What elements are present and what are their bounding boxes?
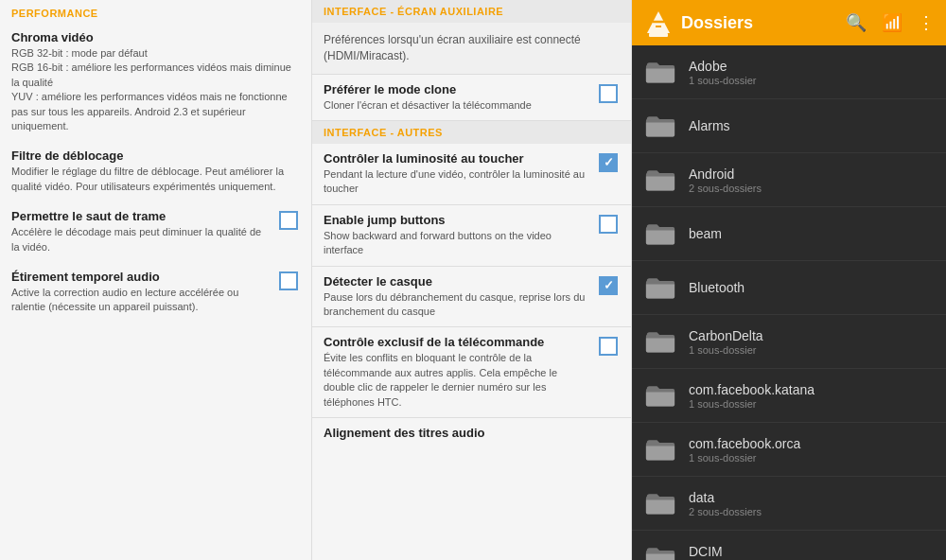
perf-desc-3: Active la correction audio en lecture ac… [11, 286, 272, 315]
interface-title-2: Détecter le casque [324, 274, 591, 289]
folder-info-8: data 2 sous-dossiers [689, 490, 935, 517]
interface-ecran-header: INTERFACE - ÉCRAN AUXILIAIRE [312, 0, 631, 23]
folder-item-com-facebook-katana[interactable]: com.facebook.katana 1 sous-dossier [632, 369, 946, 423]
folder-icon-1 [643, 109, 677, 143]
dossiers-title: Dossiers [681, 13, 838, 33]
interface-panel: INTERFACE - ÉCRAN AUXILIAIRE Préférences… [312, 0, 632, 560]
interface-autres-header: INTERFACE - AUTRES [312, 121, 631, 144]
folder-icon-3 [643, 217, 677, 251]
folder-icon-2 [643, 163, 677, 197]
interface-intro: Préférences lorsqu'un écran auxiliaire e… [312, 23, 631, 75]
folder-info-4: Bluetooth [689, 280, 935, 295]
interface-checkbox-3[interactable] [599, 337, 620, 358]
interface-title-4: Alignement des titres audio [324, 426, 620, 440]
interface-title-1: Enable jump buttons [324, 213, 591, 227]
folder-name-4: Bluetooth [689, 280, 935, 295]
perf-desc-2: Accélère le décodage mais peut diminuer … [11, 225, 272, 254]
interface-item-0[interactable]: Contrôler la luminosité au toucher Penda… [312, 144, 631, 204]
folder-name-0: Adobe [689, 59, 935, 74]
folder-name-6: com.facebook.katana [689, 382, 935, 397]
perf-checkbox-2[interactable] [279, 211, 300, 232]
clone-mode-desc: Cloner l'écran et désactiver la télécomm… [324, 98, 591, 113]
folder-icon-7 [643, 432, 677, 466]
interface-checkbox-0[interactable] [599, 153, 620, 174]
interface-desc-3: Évite les conflits en bloquant le contrô… [324, 351, 591, 410]
search-icon[interactable]: 🔍 [846, 12, 867, 33]
clone-mode-checkbox[interactable] [599, 84, 620, 105]
more-icon[interactable]: ⋮ [918, 12, 935, 33]
perf-title-3: Étirement temporel audio [11, 270, 272, 284]
folder-item-carbondelta[interactable]: CarbonDelta 1 sous-dossier [632, 315, 946, 369]
folder-icon-9 [643, 540, 677, 560]
interface-item-2[interactable]: Détecter le casque Pause lors du débranc… [312, 267, 631, 327]
folder-name-5: CarbonDelta [689, 328, 935, 343]
folder-sub-7: 1 sous-dossier [689, 452, 935, 464]
folder-sub-0: 1 sous-dossier [689, 75, 935, 86]
folder-list: Adobe 1 sous-dossier Alarms Android 2 so… [632, 45, 946, 560]
interface-title-3: Contrôle exclusif de la télécommande [324, 335, 591, 349]
perf-item-1: Filtre de déblocage Modifier le réglage … [0, 141, 311, 201]
folder-name-8: data [689, 490, 935, 505]
folder-item-android[interactable]: Android 2 sous-dossiers [632, 153, 946, 207]
folder-sub-5: 1 sous-dossier [689, 344, 935, 356]
cast-icon[interactable]: 📶 [882, 12, 902, 33]
folder-info-0: Adobe 1 sous-dossier [689, 59, 935, 86]
interface-desc-0: Pendant la lecture d'une vidéo, contrôle… [324, 167, 591, 197]
perf-item-0: Chroma vidéo RGB 32-bit : mode par défau… [0, 23, 311, 141]
folder-item-bluetooth[interactable]: Bluetooth [632, 261, 946, 315]
perf-desc-0: RGB 32-bit : mode par défautRGB 16-bit :… [11, 46, 300, 133]
svg-rect-1 [649, 33, 668, 37]
folder-item-data[interactable]: data 2 sous-dossiers [632, 477, 946, 531]
header-actions: 🔍 📶 ⋮ [846, 12, 935, 33]
folder-name-3: beam [689, 226, 935, 241]
perf-item-2[interactable]: Permettre le saut de trame Accélère le d… [0, 201, 311, 262]
dossiers-panel: Dossiers 🔍 📶 ⋮ Adobe 1 sous-dossier Alar… [632, 0, 946, 560]
folder-icon-8 [643, 486, 677, 520]
folder-item-adobe[interactable]: Adobe 1 sous-dossier [632, 45, 946, 99]
perf-title-1: Filtre de déblocage [11, 149, 300, 163]
interface-desc-1: Show backward and forward buttons on the… [324, 229, 591, 258]
interface-checkbox-2[interactable] [599, 276, 620, 297]
performance-panel: PERFORMANCE Chroma vidéo RGB 32-bit : mo… [0, 0, 312, 560]
folder-info-7: com.facebook.orca 1 sous-dossier [689, 436, 935, 464]
folder-info-1: Alarms [689, 118, 935, 133]
folder-item-alarms[interactable]: Alarms [632, 99, 946, 153]
folder-name-2: Android [689, 166, 935, 182]
folder-icon-0 [643, 55, 677, 89]
interface-item-3[interactable]: Contrôle exclusif de la télécommande Évi… [312, 327, 631, 417]
performance-header: PERFORMANCE [0, 0, 311, 23]
clone-mode-title: Préférer le mode clone [324, 82, 591, 96]
folder-sub-2: 2 sous-dossiers [689, 183, 935, 194]
perf-checkbox-3[interactable] [279, 271, 300, 292]
interface-desc-2: Pause lors du débranchement du casque, r… [324, 290, 591, 320]
folder-name-1: Alarms [689, 118, 935, 133]
folder-icon-5 [643, 324, 677, 359]
folder-name-9: DCIM [689, 544, 935, 559]
interface-title-0: Contrôler la luminosité au toucher [324, 151, 591, 166]
interface-checkbox-1[interactable] [599, 215, 620, 236]
perf-title-0: Chroma vidéo [11, 30, 300, 44]
vlc-logo [643, 8, 674, 38]
interface-item-1[interactable]: Enable jump buttons Show backward and fo… [312, 205, 631, 266]
dossiers-header: Dossiers 🔍 📶 ⋮ [632, 0, 946, 45]
folder-info-9: DCIM 4 sous-dossiers [689, 544, 935, 561]
folder-info-3: beam [689, 226, 935, 241]
folder-sub-8: 2 sous-dossiers [689, 506, 935, 517]
interface-item-4[interactable]: Alignement des titres audio [312, 418, 631, 449]
folder-item-beam[interactable]: beam [632, 207, 946, 261]
folder-info-5: CarbonDelta 1 sous-dossier [689, 328, 935, 356]
folder-info-6: com.facebook.katana 1 sous-dossier [689, 382, 935, 410]
folder-item-dcim[interactable]: DCIM 4 sous-dossiers [632, 531, 946, 560]
clone-mode-item[interactable]: Préférer le mode clone Cloner l'écran et… [312, 75, 631, 120]
perf-title-2: Permettre le saut de trame [11, 209, 272, 223]
folder-sub-6: 1 sous-dossier [689, 398, 935, 410]
perf-desc-1: Modifier le réglage du filtre de débloca… [11, 165, 300, 194]
folder-icon-6 [643, 378, 677, 412]
folder-item-com-facebook-orca[interactable]: com.facebook.orca 1 sous-dossier [632, 423, 946, 477]
perf-item-3[interactable]: Étirement temporel audio Active la corre… [0, 262, 311, 323]
folder-name-7: com.facebook.orca [689, 436, 935, 451]
folder-info-2: Android 2 sous-dossiers [689, 166, 935, 194]
folder-icon-4 [643, 271, 677, 305]
